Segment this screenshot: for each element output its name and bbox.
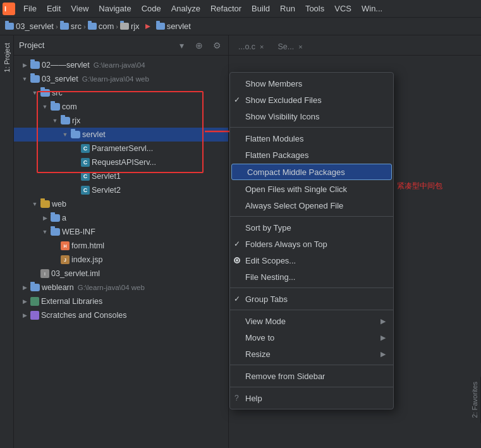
ctx-sep-4: [230, 310, 393, 310]
ctx-label-help: Help: [245, 394, 262, 403]
folder-icon-a: [51, 214, 60, 222]
ctx-move-to[interactable]: Move to ▶: [230, 329, 393, 346]
svg-marker-2: [145, 24, 150, 29]
scratch-icon: [30, 311, 39, 320]
ctx-compact-middle[interactable]: Compact Middle Packages: [231, 164, 392, 180]
tree-item-scratches[interactable]: Scratches and Consoles: [14, 308, 228, 322]
tree-item-iml[interactable]: I 03_servlet.iml: [14, 267, 228, 281]
menu-build[interactable]: Build: [247, 2, 274, 15]
editor-tab-2[interactable]: Se... ×: [271, 37, 310, 55]
menu-navigate[interactable]: Navigate: [94, 2, 135, 15]
ctx-check-group-tabs: ✓: [234, 294, 240, 303]
tree-item-web[interactable]: web: [14, 197, 228, 211]
html-icon-form: H: [61, 241, 70, 250]
tree-arrow-web: [31, 200, 39, 208]
ctx-file-nesting[interactable]: File Nesting...: [230, 269, 393, 285]
ctx-label-show-members: Show Members: [245, 79, 302, 88]
ctx-always-select[interactable]: Always Select Opened File: [230, 197, 393, 214]
panel-add-btn[interactable]: ⊕: [193, 39, 205, 52]
ctx-label-flatten-packages: Flatten Packages: [245, 150, 308, 160]
ctx-sort-type[interactable]: Sort by Type: [230, 219, 393, 236]
tree-label-02servlet: 02——servlet: [42, 61, 90, 70]
class-icon-param: C: [81, 144, 90, 153]
tree-item-formhtml[interactable]: H form.html: [14, 239, 228, 253]
menu-vcs[interactable]: VCS: [330, 2, 356, 15]
folder-icon-src: [40, 89, 50, 97]
ctx-show-members[interactable]: Show Members: [230, 75, 393, 92]
tree-item-rjx[interactable]: rjx: [14, 114, 228, 128]
ctx-show-visibility[interactable]: Show Visibility Icons: [230, 108, 393, 124]
ctx-group-tabs[interactable]: ✓ Group Tabs: [230, 291, 393, 307]
tree-item-03servlet[interactable]: 03_servlet G:\learn-java\04 web: [14, 72, 228, 86]
panel-settings-btn[interactable]: ⚙: [210, 39, 223, 52]
project-panel: Project ▾ ⊕ ⚙ 02——servlet G:\learn-java\…: [14, 35, 229, 448]
ctx-folders-top[interactable]: ✓ Folders Always on Top: [230, 236, 393, 252]
tree-label-a: a: [62, 214, 66, 222]
tree-arrow-src: [31, 89, 39, 97]
tree-item-weblearn[interactable]: weblearn G:\learn-java\04 web: [14, 281, 228, 294]
sidebar-tab-project[interactable]: 1: Project: [1, 38, 13, 77]
menu-file[interactable]: File: [19, 2, 41, 15]
ctx-label-folders-top: Folders Always on Top: [245, 239, 327, 249]
tab-close-1[interactable]: ×: [260, 43, 264, 51]
menu-view[interactable]: View: [66, 2, 93, 15]
side-tab-left: 1: Project: [0, 35, 14, 448]
lib-icon: [30, 297, 39, 306]
menu-win[interactable]: Win...: [357, 2, 387, 15]
ctx-remove-sidebar[interactable]: Remove from Sidebar: [230, 368, 393, 384]
breadcrumb: 03_servlet › src › com › rjx servlet: [0, 18, 481, 35]
tree-item-servlet1[interactable]: C Servlet1: [14, 169, 228, 183]
breadcrumb-item-1[interactable]: 03_servlet: [16, 21, 54, 31]
tab-close-2[interactable]: ×: [298, 43, 302, 51]
breadcrumb-item-2[interactable]: src: [71, 21, 82, 31]
ctx-flatten-packages[interactable]: Flatten Packages: [230, 147, 393, 163]
tree-item-a[interactable]: a: [14, 211, 228, 225]
ctx-arrow-resize: ▶: [381, 350, 386, 358]
folder-icon-rjx: [61, 117, 70, 124]
ctx-flatten-modules[interactable]: Flatten Modules: [230, 130, 393, 147]
menu-run[interactable]: Run: [276, 2, 300, 15]
ctx-show-excluded[interactable]: ✓ Show Excluded Files: [230, 92, 393, 108]
breadcrumb-item-3[interactable]: com: [99, 21, 114, 31]
ctx-sep-1: [230, 127, 393, 128]
tree-item-servlet2[interactable]: C Servlet2: [14, 183, 228, 197]
ctx-open-single[interactable]: Open Files with Single Click: [230, 181, 393, 197]
ctx-arrow-view-mode: ▶: [381, 317, 386, 325]
ctx-radio-edit-scopes: [234, 257, 240, 263]
tree-item-src[interactable]: src: [14, 86, 228, 100]
breadcrumb-arrow-icon: [143, 21, 153, 32]
tree-item-requestapi[interactable]: C RequestAPIServ...: [14, 155, 228, 169]
tree-item-com[interactable]: com: [14, 100, 228, 114]
ctx-view-mode[interactable]: View Mode ▶: [230, 313, 393, 329]
ctx-edit-scopes[interactable]: Edit Scopes...: [230, 252, 393, 269]
menu-code[interactable]: Code: [137, 2, 166, 15]
ctx-label-always-select: Always Select Opened File: [245, 201, 343, 210]
sidebar-tab-favorites[interactable]: 2: Favorites: [469, 377, 481, 423]
editor-tab-1[interactable]: ...o.c ×: [231, 37, 271, 55]
panel-header: Project ▾ ⊕ ⚙: [14, 35, 228, 56]
ctx-label-file-nesting: File Nesting...: [245, 272, 295, 282]
tree-item-servlet[interactable]: servlet: [14, 128, 228, 142]
folder-icon-weblearn: [30, 284, 40, 291]
ctx-label-group-tabs: Group Tabs: [245, 294, 288, 304]
tree-item-parameterservlet[interactable]: C ParameterServl...: [14, 142, 228, 155]
breadcrumb-item-4[interactable]: rjx: [131, 21, 140, 31]
breadcrumb-folder-icon-3: [88, 23, 97, 30]
menu-edit[interactable]: Edit: [42, 2, 65, 15]
menu-tools[interactable]: Tools: [301, 2, 329, 15]
menu-bar: I File Edit View Navigate Code Analyze R…: [0, 0, 481, 18]
menu-refactor[interactable]: Refactor: [206, 2, 246, 15]
tree-item-webinf[interactable]: WEB-INF: [14, 225, 228, 239]
tree-item-extlibs[interactable]: External Libraries: [14, 294, 228, 308]
tree-label-03servlet: 03_servlet: [42, 75, 78, 83]
panel-dropdown-btn[interactable]: ▾: [175, 39, 188, 52]
breadcrumb-item-5[interactable]: servlet: [167, 21, 191, 31]
svg-text:I: I: [4, 5, 6, 13]
ctx-sep-3: [230, 288, 393, 288]
tree-item-02servlet[interactable]: 02——servlet G:\learn-java\04: [14, 58, 228, 72]
menu-analyze[interactable]: Analyze: [167, 2, 205, 15]
ctx-label-move-to: Move to: [245, 333, 274, 342]
ctx-resize[interactable]: Resize ▶: [230, 346, 393, 362]
tree-item-indexjsp[interactable]: J index.jsp: [14, 253, 228, 267]
ctx-help[interactable]: ? Help: [230, 390, 393, 406]
